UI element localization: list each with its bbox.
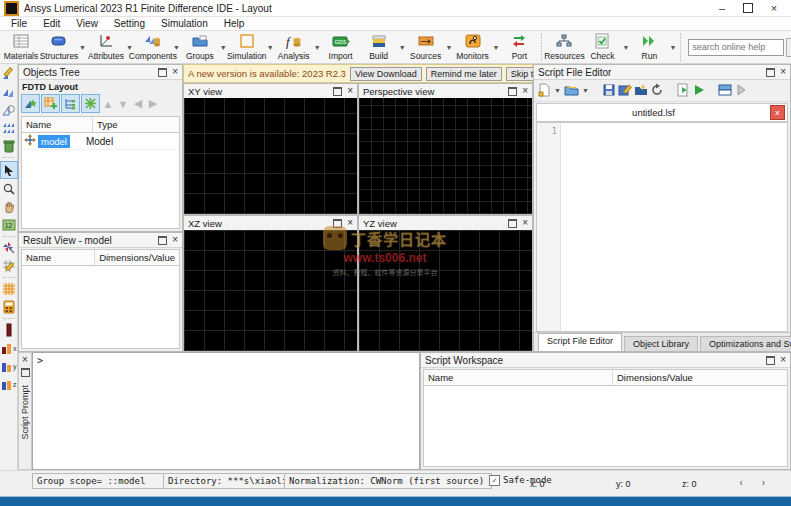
menu-view[interactable]: View — [69, 18, 105, 29]
float-panel-icon[interactable] — [508, 87, 517, 96]
check-button[interactable]: Check — [583, 31, 621, 63]
structures-dropdown[interactable]: ▼ — [79, 44, 86, 51]
remind-later-button[interactable]: Remind me later — [426, 67, 502, 81]
perspective-view-canvas[interactable] — [359, 98, 532, 214]
menu-edit[interactable]: Edit — [36, 18, 67, 29]
open-script-button[interactable] — [564, 83, 579, 99]
code-area[interactable] — [561, 123, 787, 331]
float-panel-icon[interactable] — [333, 87, 342, 96]
move-down-button[interactable]: ▼ — [116, 98, 130, 110]
select-tool-button[interactable] — [0, 161, 18, 179]
close-panel-icon[interactable]: × — [172, 235, 178, 245]
analysis-button[interactable]: f Analysis — [275, 31, 313, 63]
monitors-button[interactable]: Monitors — [454, 31, 492, 63]
menu-file[interactable]: File — [4, 18, 34, 29]
delete-button[interactable] — [1, 138, 17, 154]
move-up-button[interactable]: ▲ — [101, 98, 115, 110]
attributes-button[interactable]: Attributes — [87, 31, 125, 63]
view-download-button[interactable]: View Download — [350, 67, 422, 81]
sources-dropdown[interactable]: ▼ — [446, 44, 453, 51]
column-name[interactable]: Name — [424, 370, 613, 385]
file-tab-untitled[interactable]: untitled.lsf — [537, 107, 770, 118]
move-right-button[interactable]: ▶ — [146, 97, 160, 110]
menu-simulation[interactable]: Simulation — [154, 18, 215, 29]
script-prompt-console[interactable]: > — [32, 352, 420, 470]
close-panel-icon[interactable]: × — [522, 218, 528, 228]
tree-row-model[interactable]: model Model — [22, 133, 179, 150]
menu-setting[interactable]: Setting — [107, 18, 152, 29]
duplicate-button[interactable] — [1, 84, 17, 100]
float-panel-icon[interactable] — [333, 219, 342, 228]
import-script-button[interactable] — [634, 83, 648, 99]
close-button[interactable]: × — [761, 1, 787, 16]
simulation-button[interactable]: Simulation — [228, 31, 266, 63]
check-dropdown[interactable]: ▼ — [622, 44, 629, 51]
close-panel-icon[interactable]: × — [780, 67, 786, 77]
close-panel-icon[interactable]: × — [522, 86, 528, 96]
view-mesh-button[interactable] — [1, 281, 17, 297]
delete-object-button[interactable] — [81, 94, 100, 113]
import-button[interactable]: GDS Import — [322, 31, 360, 63]
monitors-dropdown[interactable]: ▼ — [493, 44, 500, 51]
material-explorer-button[interactable] — [1, 299, 17, 315]
port-button[interactable]: Port — [500, 31, 538, 63]
edit-object-button[interactable] — [1, 66, 17, 82]
yz-view-canvas[interactable] — [359, 230, 532, 351]
save-script-button[interactable] — [602, 83, 616, 99]
zoom-tool-button[interactable] — [1, 181, 17, 197]
minimize-button[interactable]: – — [709, 1, 735, 16]
column-dimensions[interactable]: Dimensions/Value — [613, 370, 787, 385]
tab-script-file-editor[interactable]: Script File Editor — [538, 333, 622, 351]
analysis-dropdown[interactable]: ▼ — [314, 44, 321, 51]
add-object-button[interactable] — [21, 94, 40, 113]
y-axis-view-button[interactable]: y — [1, 358, 17, 374]
safe-mode-toggle[interactable]: Safe-mode — [485, 473, 571, 487]
fdtd-layout-tab[interactable]: FDTD Layout — [19, 80, 182, 93]
split-view-button[interactable] — [718, 83, 732, 99]
close-panel-icon[interactable]: × — [347, 86, 353, 96]
build-button[interactable]: Build — [360, 31, 398, 63]
pan-tool-button[interactable] — [1, 199, 17, 215]
search-button[interactable] — [786, 38, 791, 57]
run-dropdown[interactable]: ▼ — [669, 44, 676, 51]
z-axis-view-button[interactable]: z — [1, 376, 17, 392]
column-name[interactable]: Name — [22, 250, 95, 265]
ruler-tool-button[interactable]: 12 — [1, 217, 17, 233]
slice-view-button[interactable] — [1, 322, 17, 338]
status-nav-arrows[interactable]: ‹ › — [740, 477, 773, 488]
rotate-tool-button[interactable] — [1, 240, 17, 256]
groups-dropdown[interactable]: ▼ — [220, 44, 227, 51]
search-input[interactable] — [688, 39, 784, 56]
maximize-button[interactable] — [735, 1, 761, 16]
run-script-file-button[interactable] — [676, 83, 690, 99]
column-name[interactable]: Name — [22, 117, 93, 132]
float-panel-icon[interactable] — [21, 368, 30, 377]
attributes-dropdown[interactable]: ▼ — [126, 44, 133, 51]
structures-button[interactable]: Structures — [40, 31, 78, 63]
float-panel-icon[interactable] — [158, 68, 167, 77]
model-name-cell[interactable]: model — [38, 135, 70, 148]
mesh-edit-button[interactable] — [1, 258, 17, 274]
close-panel-icon[interactable]: × — [780, 355, 786, 365]
close-panel-icon[interactable]: × — [347, 218, 353, 228]
float-panel-icon[interactable] — [766, 68, 775, 77]
materials-button[interactable]: Materials — [2, 31, 40, 63]
script-editor-body[interactable]: 1 — [536, 122, 788, 332]
column-dimensions[interactable]: Dimensions/Value — [95, 250, 179, 265]
float-panel-icon[interactable] — [766, 356, 775, 365]
add-group-button[interactable] — [41, 94, 60, 113]
menu-help[interactable]: Help — [217, 18, 252, 29]
components-dropdown[interactable]: ▼ — [173, 44, 180, 51]
column-type[interactable]: Type — [93, 117, 179, 132]
components-button[interactable]: Components — [134, 31, 172, 63]
open-script-dropdown[interactable]: ▼ — [582, 87, 589, 94]
xz-view-canvas[interactable] — [184, 230, 357, 351]
close-panel-icon[interactable]: × — [22, 355, 28, 365]
close-panel-icon[interactable]: × — [172, 67, 178, 77]
tab-optimizations-sweeps[interactable]: Optimizations and Sweeps — [700, 336, 791, 351]
tab-object-library[interactable]: Object Library — [624, 336, 698, 351]
run-script-button[interactable] — [692, 83, 706, 99]
step-button[interactable] — [734, 83, 748, 99]
x-axis-view-button[interactable]: x — [1, 340, 17, 356]
tree-view-button[interactable] — [61, 94, 80, 113]
